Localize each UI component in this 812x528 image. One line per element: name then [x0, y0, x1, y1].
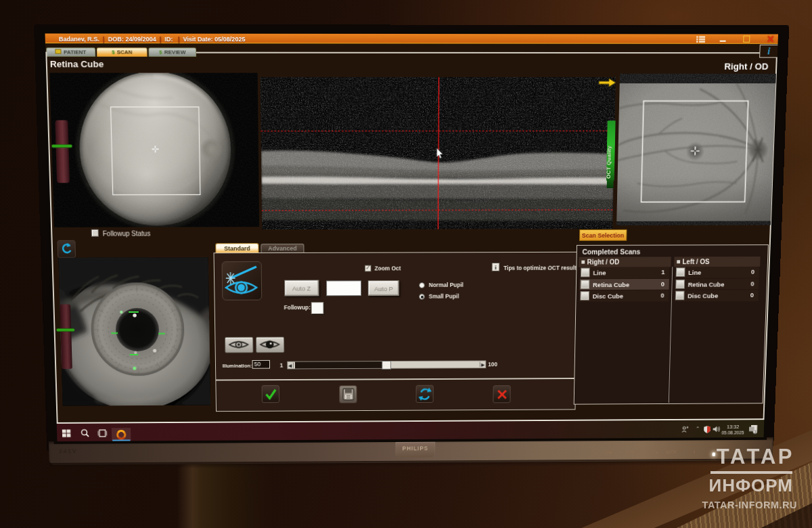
svg-text:3: 3: [754, 430, 757, 435]
